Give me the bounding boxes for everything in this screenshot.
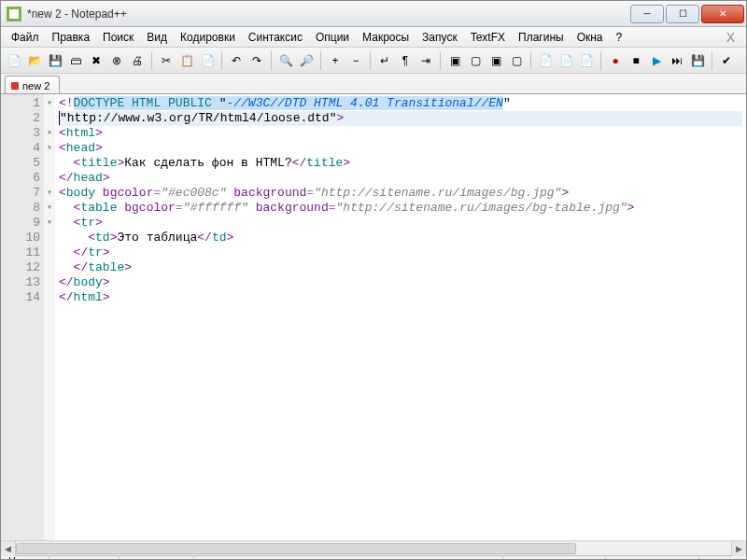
zoom-out-icon[interactable]: − [346, 51, 365, 70]
code-line[interactable]: <!DOCTYPE HTML PUBLIC "-//W3C//DTD HTML … [59, 96, 742, 111]
redo-icon[interactable]: ↷ [247, 51, 266, 70]
code-line[interactable]: </tr> [59, 245, 742, 260]
status-lines: lines : 14 [120, 556, 194, 560]
doc1-icon[interactable]: 📄 [536, 51, 555, 70]
status-position: Ln : 2 Col : 1 Sel : 0 | 0 [194, 556, 504, 560]
fold-column[interactable]: ▾▾▾▾▾▾ [44, 94, 55, 540]
fold-marker-icon[interactable]: ▾ [44, 216, 55, 231]
tab-new-2[interactable]: new 2 [5, 76, 60, 93]
zoom-in-icon[interactable]: + [326, 51, 345, 70]
horizontal-scrollbar[interactable]: ◀ ▶ [1, 540, 746, 555]
fold-level-icon[interactable]: ▣ [486, 51, 505, 70]
status-encoding: ANSI [606, 556, 699, 560]
close-window-button[interactable]: ✕ [701, 5, 744, 23]
scrollbar-thumb[interactable] [16, 543, 576, 554]
save-icon[interactable]: 💾 [46, 51, 64, 70]
code-line[interactable]: </table> [59, 260, 742, 275]
menu-file[interactable]: Файл [5, 29, 46, 46]
play-macro-icon[interactable]: ▶ [647, 51, 666, 70]
fold-marker-icon [44, 275, 55, 290]
line-number: 1 [1, 96, 44, 111]
window-titlebar: *new 2 - Notepad++ ─ ☐ ✕ [1, 1, 746, 27]
line-number: 4 [1, 141, 44, 156]
line-number: 11 [1, 245, 44, 260]
scroll-left-arrow-icon[interactable]: ◀ [1, 541, 16, 556]
status-insert-mode: INS [699, 556, 746, 560]
fold-icon[interactable]: ▣ [445, 51, 464, 70]
find-icon[interactable]: 🔍 [276, 51, 295, 70]
code-line[interactable]: <head> [59, 141, 742, 156]
code-editor[interactable]: 1234567891011121314 ▾▾▾▾▾▾ <!DOCTYPE HTM… [1, 94, 746, 540]
stop-macro-icon[interactable]: ■ [627, 51, 645, 70]
menu-run[interactable]: Запуск [416, 29, 464, 46]
fold-marker-icon[interactable]: ▾ [44, 186, 55, 201]
menu-plugins[interactable]: Плагины [512, 29, 571, 46]
spellcheck-icon[interactable]: ✔ [717, 51, 736, 70]
code-line[interactable]: <body bgcolor="#ec008c" background="http… [59, 186, 742, 201]
close-all-icon[interactable]: ⊗ [107, 51, 126, 70]
record-macro-icon[interactable]: ● [606, 51, 625, 70]
unfold-level-icon[interactable]: ▢ [507, 51, 526, 70]
fold-marker-icon[interactable]: ▾ [44, 201, 55, 216]
menu-syntax[interactable]: Синтаксис [242, 29, 309, 46]
fold-marker-icon[interactable]: ▾ [44, 96, 55, 111]
status-eol: Dos\Windows [503, 556, 606, 560]
copy-icon[interactable]: 📋 [177, 51, 196, 70]
menu-close-x[interactable]: X [719, 30, 742, 45]
close-file-icon[interactable]: ✖ [87, 51, 106, 70]
fold-marker-icon[interactable]: ▾ [44, 126, 55, 141]
toolbar-separator [440, 51, 441, 70]
line-number: 13 [1, 275, 44, 290]
menu-textfx[interactable]: TextFX [464, 29, 512, 46]
fold-marker-icon[interactable]: ▾ [44, 141, 55, 156]
menu-options[interactable]: Опции [309, 29, 356, 46]
menu-macros[interactable]: Макросы [356, 29, 416, 46]
menu-view[interactable]: Вид [140, 29, 174, 46]
all-chars-icon[interactable]: ¶ [396, 51, 415, 70]
status-language: Hyper T [1, 556, 49, 560]
menu-edit[interactable]: Правка [46, 29, 97, 46]
menu-search[interactable]: Поиск [96, 29, 140, 46]
code-line[interactable]: </body> [59, 275, 742, 290]
wrap-icon[interactable]: ↵ [375, 51, 394, 70]
code-area[interactable]: <!DOCTYPE HTML PUBLIC "-//W3C//DTD HTML … [55, 94, 746, 540]
cut-icon[interactable]: ✂ [157, 51, 176, 70]
save-all-icon[interactable]: 🗃 [66, 51, 85, 70]
toolbar-separator [151, 51, 152, 70]
fold-marker-icon [44, 260, 55, 275]
indent-guide-icon[interactable]: ⇥ [416, 51, 435, 70]
minimize-button[interactable]: ─ [630, 5, 664, 23]
doc3-icon[interactable]: 📄 [577, 51, 596, 70]
code-line[interactable]: "http://www.w3.org/TR/html4/loose.dtd"> [59, 111, 742, 126]
code-line[interactable]: <tr> [59, 216, 742, 231]
code-line[interactable]: </html> [59, 290, 742, 305]
line-number: 5 [1, 156, 44, 171]
line-number: 6 [1, 171, 44, 186]
menu-encoding[interactable]: Кодировки [174, 29, 242, 46]
code-line[interactable]: <title>Как сделать фон в HTML?</title> [59, 156, 742, 171]
menu-help[interactable]: ? [610, 29, 629, 46]
save-macro-icon[interactable]: 💾 [688, 51, 707, 70]
doc2-icon[interactable]: 📄 [557, 51, 575, 70]
code-line[interactable]: <html> [59, 126, 742, 141]
menu-windows[interactable]: Окна [571, 29, 610, 46]
undo-icon[interactable]: ↶ [227, 51, 246, 70]
code-line[interactable]: <td>Это таблица</td> [59, 231, 742, 245]
paste-icon[interactable]: 📄 [198, 51, 217, 70]
maximize-button[interactable]: ☐ [666, 5, 699, 23]
new-file-icon[interactable]: 📄 [5, 51, 23, 70]
line-number: 3 [1, 126, 44, 141]
line-number: 2 [1, 111, 44, 126]
toolbar-separator [712, 51, 712, 70]
print-icon[interactable]: 🖨 [128, 51, 147, 70]
toolbar-separator [600, 51, 601, 70]
replace-icon[interactable]: 🔎 [297, 51, 316, 70]
code-line[interactable]: </head> [59, 171, 742, 186]
unfold-icon[interactable]: ▢ [466, 51, 485, 70]
play-multi-icon[interactable]: ⏭ [668, 51, 686, 70]
code-line[interactable]: <table bgcolor="#ffffff" background="htt… [59, 201, 742, 216]
toolbar-separator [370, 51, 371, 70]
open-file-icon[interactable]: 📂 [25, 51, 44, 70]
scroll-right-arrow-icon[interactable]: ▶ [731, 541, 746, 556]
fold-marker-icon [44, 245, 55, 260]
